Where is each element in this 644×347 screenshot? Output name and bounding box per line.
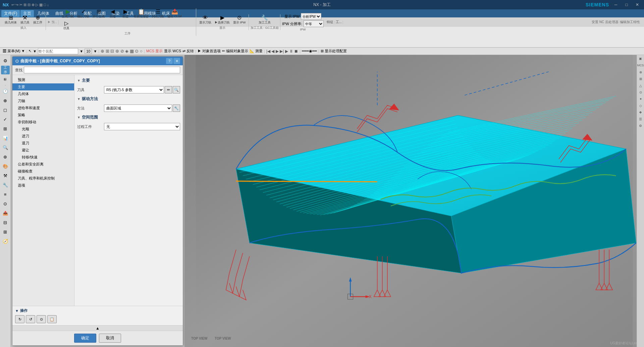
confirm-button[interactable]: 确定 <box>74 334 96 343</box>
sidebar-icon-3d[interactable]: ⊕ <box>1 96 10 105</box>
speed-slider[interactable]: ━━━◉━━ <box>302 49 317 53</box>
filter-dropdown[interactable]: ▼ <box>33 49 37 53</box>
zoom-input[interactable]: 10 <box>85 49 92 54</box>
nav-smooth[interactable]: 光顺 <box>12 126 74 133</box>
rs-icon-10[interactable]: ⚙ <box>638 123 644 129</box>
sidebar-icon-layer[interactable]: ⊟ <box>1 218 10 227</box>
insert-geometry-btn[interactable]: ⊞插几何体 <box>3 14 18 25</box>
show-ipw-btn[interactable]: ⊙显示 IPW <box>232 14 247 25</box>
mcs-toggle[interactable]: MCS 显示 <box>146 49 163 54</box>
dialog-close-btn[interactable]: ✕ <box>173 58 180 64</box>
filter-btn[interactable]: ▼ <box>79 49 83 53</box>
align-btn[interactable]: ⊞ 显示处理配置 <box>321 49 347 54</box>
tool-select[interactable]: R5 (铣刀-5 参数 <box>104 86 164 93</box>
effective-report-btn[interactable]: 📋有效性报告 <box>132 8 150 19</box>
section-space-arrow[interactable]: ▼ <box>77 116 80 119</box>
insert-op-btn[interactable]: ⊕插工序 <box>32 14 44 25</box>
sidebar-icon-render[interactable]: 🎨 <box>1 162 10 170</box>
sidebar-icon-check[interactable]: ✓ <box>1 115 10 124</box>
sim-btn[interactable]: ▷仿真 <box>60 20 72 31</box>
dialog-expand-btn[interactable]: ▲ <box>12 325 183 331</box>
nav-geometry[interactable]: 几何体 <box>12 90 74 97</box>
op-btn-3[interactable]: ⊙ <box>37 315 46 323</box>
select-icon[interactable]: ↖ <box>29 49 32 53</box>
gc-tools-btn[interactable]: 🔧加工工具 <box>257 14 272 25</box>
sidebar-icon-export[interactable]: 📤 <box>1 209 10 217</box>
tool-edit-btn[interactable]: ✏ <box>165 86 172 93</box>
nav-feedrate[interactable]: 进给率和速度 <box>12 105 74 112</box>
method-edit-btn[interactable]: 🔧 <box>173 105 180 112</box>
generate-toolpath-btn[interactable]: ▶生成刀轨 <box>60 8 75 19</box>
sidebar-icon-shapes[interactable]: ◻ <box>1 106 10 114</box>
rs-icon-7[interactable]: ◇ <box>638 102 644 109</box>
sidebar-icon-more[interactable]: ≡ <box>1 190 10 199</box>
ops-arrow[interactable]: ▼ <box>15 309 19 313</box>
step-forward-btn[interactable]: ▶前进 <box>119 8 131 19</box>
edit-display-btn[interactable]: ✏ 编辑对象显示 <box>222 49 248 54</box>
nav-tool-program[interactable]: 刀具、程序和机床控制 <box>12 175 74 182</box>
section-main-arrow[interactable]: ▼ <box>77 79 80 82</box>
rs-icon-4[interactable]: △ <box>638 82 644 88</box>
sidebar-icon-cam[interactable]: 🔧 <box>1 181 10 189</box>
cancel-button[interactable]: 取消 <box>99 334 121 343</box>
menu-icon[interactable]: ☰ 菜单(M) ▼ <box>3 49 25 54</box>
rs-icon-2[interactable]: ⊕ <box>638 69 644 75</box>
select-all-btn[interactable]: ▶ 对象首选项 <box>198 49 221 54</box>
confirm-toolpath-btn[interactable]: ✓确认刀轨 <box>76 8 91 19</box>
op-btn-4[interactable]: 📋 <box>47 315 57 323</box>
sidebar-icon-search2[interactable]: 🔍 <box>1 143 10 152</box>
ipw-options[interactable]: 分析IPW <box>301 13 321 20</box>
nav-predict[interactable]: 预测 <box>12 76 74 83</box>
nav-avoid[interactable]: 避让 <box>12 147 74 154</box>
sidebar-icon-machine[interactable]: ⚒ <box>1 171 10 180</box>
rs-icon-5[interactable]: ⊙ <box>638 89 644 95</box>
sidebar-icon-move[interactable]: ⊞ <box>1 124 10 133</box>
op-btn-1[interactable]: ↻ <box>15 315 24 323</box>
measure-btn[interactable]: 📐 测量 <box>250 49 263 54</box>
method-select[interactable]: 曲面区域 <box>104 105 172 112</box>
zoom-dropdown[interactable]: ▼ <box>93 49 97 53</box>
sidebar-icon-settings[interactable]: ⚙ <box>1 56 10 65</box>
reverse-btn[interactable]: ⇌ 反转 <box>182 49 194 54</box>
wcs-toggle[interactable]: 显示 WCS <box>164 49 181 54</box>
nav-transfer[interactable]: 转移/快速 <box>12 154 74 161</box>
parallel-generate-btn[interactable]: ⊞并行生成 <box>91 8 106 19</box>
restore-button[interactable]: □ <box>623 1 631 8</box>
sidebar-icon-history[interactable]: 🕐 <box>1 87 10 95</box>
rs-icon-6[interactable]: ✦ <box>638 96 644 102</box>
dialog-search-input[interactable] <box>24 67 180 73</box>
select-toolpath-btn[interactable]: ▶▶选择刀轨 <box>213 14 231 25</box>
rs-icon-mcs[interactable]: MCS <box>638 62 644 68</box>
list-toolpath-btn[interactable]: ☰列出刀轨 <box>151 8 165 19</box>
tool-search-btn[interactable]: 🔍 <box>173 86 180 93</box>
nav-noncutting[interactable]: 非切削移动 <box>12 119 74 126</box>
nav-exit[interactable]: 退刀 <box>12 140 74 147</box>
rs-icon-3[interactable]: ⊞ <box>638 76 644 82</box>
nav-options[interactable]: 选项 <box>12 182 74 189</box>
sidebar-icon-analysis[interactable]: 📊 <box>1 134 10 142</box>
rs-icon-9[interactable]: ☰ <box>638 116 644 122</box>
section-drive-arrow[interactable]: ▼ <box>77 97 80 101</box>
close-button[interactable]: ✕ <box>633 1 641 8</box>
insert-tool-btn[interactable]: ⚒插刀具 <box>19 14 31 25</box>
sidebar-icon-tool[interactable]: 工序 <box>1 66 10 74</box>
filter-input[interactable] <box>38 48 78 54</box>
ipw-resolution-select[interactable]: 中等 粗略 精细 <box>304 20 324 27</box>
sidebar-icon-nav[interactable]: 🧭 <box>1 237 10 246</box>
rs-icon-1[interactable]: ▣ <box>638 56 644 62</box>
show-toolpath-btn[interactable]: 👁显示刀轨 <box>198 14 213 25</box>
nav-collision[interactable]: 碰撞检查 <box>12 168 74 175</box>
nav-axis[interactable]: 刀轴 <box>12 97 74 105</box>
nav-main[interactable]: 主要 <box>12 83 74 90</box>
nav-entry[interactable]: 进刀 <box>12 133 74 140</box>
workpiece-select[interactable]: 无 <box>104 123 180 130</box>
sidebar-icon-label[interactable]: 标 <box>1 75 10 84</box>
rs-icon-8[interactable]: ❖ <box>638 109 644 115</box>
viewport[interactable]: X TOP VIEW TOP VIEW UG爱好者论坛Lee17 ▣ MCS ⊕… <box>184 55 644 347</box>
op-btn-2[interactable]: ↺ <box>26 315 35 323</box>
sidebar-icon-assembly[interactable]: ⊛ <box>1 152 10 161</box>
nav-tolerance[interactable]: 公差和安全距离 <box>12 161 74 168</box>
nav-strategy[interactable]: 策略 <box>12 112 74 119</box>
clsf-output-btn[interactable]: 📤输出 CLSF <box>166 8 183 19</box>
sidebar-icon-settings2[interactable]: ⊙ <box>1 199 10 208</box>
